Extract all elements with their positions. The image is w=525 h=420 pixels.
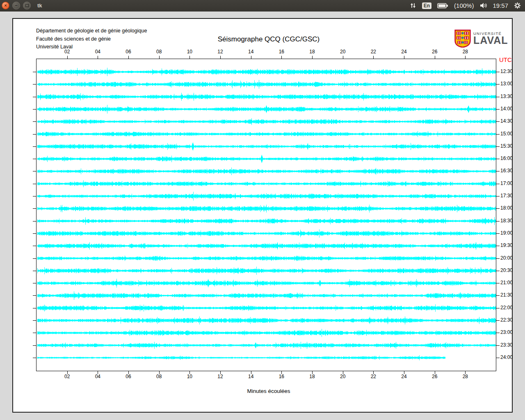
laval-wordmark-line2: LAVAL — [473, 36, 508, 45]
battery-icon[interactable] — [437, 3, 448, 9]
x-tick-top — [220, 56, 221, 59]
trace-tick-left — [33, 171, 36, 171]
trace-time-label: 17:30 — [500, 193, 513, 199]
seismogram-canvas — [37, 59, 496, 371]
system-tray: En (100%) 19:57 — [410, 2, 525, 9]
x-tick-top — [128, 56, 129, 59]
trace-tick-right — [496, 121, 500, 122]
trace-tick-left — [33, 308, 36, 308]
trace-tick-left — [33, 109, 36, 110]
laval-crest-icon — [454, 30, 471, 49]
x-tick-label-bottom: 08 — [153, 374, 165, 379]
x-tick-label-bottom: 22 — [367, 374, 379, 379]
trace-tick-right — [496, 271, 500, 271]
close-button[interactable]: × — [2, 2, 9, 9]
trace-tick-left — [33, 333, 36, 333]
x-tick-top — [67, 56, 68, 59]
gear-icon[interactable] — [514, 2, 521, 9]
trace-time-label: 22:30 — [500, 317, 513, 323]
maximize-icon — [25, 4, 29, 7]
trace-time-label: 18:00 — [500, 205, 513, 211]
x-tick-label-top: 02 — [61, 49, 73, 55]
trace-tick-right — [496, 246, 500, 246]
trace-tick-right — [496, 345, 500, 346]
top-panel: × − tk En (100%) — [0, 0, 525, 11]
tk-window: Département de géologie et de génie géol… — [12, 18, 513, 413]
trace-time-label: 13:00 — [500, 81, 513, 87]
x-tick-label-bottom: 16 — [275, 374, 288, 379]
utc-axis-label: UTC — [499, 56, 512, 63]
trace-tick-right — [496, 333, 500, 333]
x-tick-top — [98, 56, 98, 59]
trace-tick-right — [496, 159, 500, 159]
trace-tick-left — [33, 97, 36, 97]
trace-time-label: 22:00 — [500, 305, 513, 310]
clock[interactable]: 19:57 — [493, 2, 508, 9]
trace-tick-left — [33, 320, 36, 321]
x-tick-top — [465, 56, 466, 59]
x-tick-top — [435, 56, 435, 59]
trace-time-label: 15:30 — [500, 143, 513, 149]
x-tick-label-top: 12 — [214, 49, 226, 55]
trace-time-label: 23:30 — [500, 342, 513, 348]
trace-tick-left — [33, 208, 36, 209]
trace-tick-right — [496, 196, 500, 196]
trace-tick-left — [33, 159, 36, 159]
laval-wordmark: UNIVERSITÉ LAVAL — [473, 31, 508, 45]
x-tick-label-bottom: 18 — [306, 374, 318, 379]
trace-tick-left — [33, 233, 36, 234]
battery-percentage[interactable]: (100%) — [454, 2, 474, 9]
trace-tick-left — [33, 72, 36, 72]
x-tick-label-bottom: 26 — [429, 374, 441, 379]
x-tick-top — [404, 56, 404, 59]
trace-tick-left — [33, 196, 36, 196]
x-tick-label-bottom: 10 — [183, 374, 196, 379]
trace-tick-left — [33, 358, 36, 358]
keyboard-layout-indicator[interactable]: En — [422, 2, 431, 9]
x-tick-label-bottom: 20 — [337, 374, 349, 379]
trace-tick-left — [33, 345, 36, 346]
x-tick-label-bottom: 24 — [398, 374, 410, 379]
trace-tick-right — [496, 184, 500, 184]
x-tick-label-top: 20 — [337, 49, 349, 55]
x-tick-label-top: 22 — [367, 49, 379, 55]
trace-tick-right — [496, 358, 500, 358]
x-tick-label-top: 26 — [429, 49, 441, 55]
trace-tick-right — [496, 320, 500, 321]
trace-tick-left — [33, 258, 36, 259]
trace-tick-right — [496, 134, 500, 135]
trace-tick-right — [496, 221, 500, 221]
trace-time-label: 15:00 — [500, 131, 513, 137]
trace-tick-right — [496, 283, 500, 283]
x-tick-top — [343, 56, 343, 59]
trace-time-label: 16:30 — [500, 168, 513, 173]
x-tick-label-top: 14 — [245, 49, 257, 55]
x-tick-top — [373, 56, 374, 59]
trace-time-label: 18:30 — [500, 218, 513, 224]
trace-time-label: 13:30 — [500, 94, 513, 99]
maximize-button[interactable] — [23, 2, 31, 9]
trace-time-label: 19:30 — [500, 242, 513, 248]
trace-time-label: 23:00 — [500, 329, 513, 335]
x-tick-label-top: 16 — [275, 49, 288, 55]
trace-tick-right — [496, 84, 500, 84]
trace-tick-right — [496, 171, 500, 171]
close-icon: × — [4, 3, 7, 8]
trace-tick-left — [33, 246, 36, 246]
trace-tick-left — [33, 221, 36, 221]
trace-time-label: 19:00 — [500, 230, 513, 236]
network-arrows-icon[interactable] — [410, 2, 416, 9]
x-tick-label-top: 04 — [91, 49, 104, 55]
universite-laval-logo: UNIVERSITÉ LAVAL — [454, 30, 508, 49]
x-tick-label-bottom: 14 — [245, 374, 257, 379]
minimize-button[interactable]: − — [12, 2, 20, 9]
x-tick-label-bottom: 12 — [214, 374, 226, 379]
x-tick-label-top: 28 — [459, 49, 471, 55]
volume-icon[interactable] — [479, 2, 487, 9]
trace-time-label: 12:30 — [500, 68, 513, 74]
trace-time-label: 20:30 — [500, 267, 513, 273]
trace-tick-right — [496, 208, 500, 209]
trace-tick-left — [33, 184, 36, 184]
x-tick-label-bottom: 02 — [61, 374, 73, 379]
x-tick-label-bottom: 28 — [459, 374, 471, 379]
